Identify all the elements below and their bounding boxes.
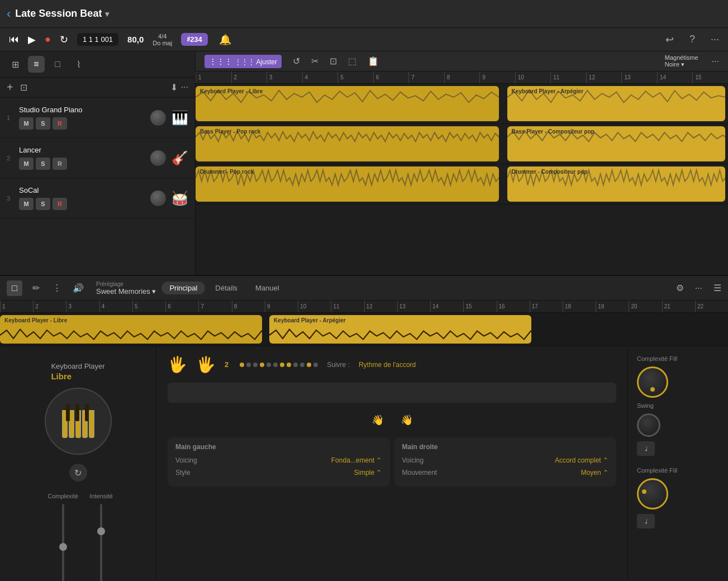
download-button[interactable]: ⬇ xyxy=(170,82,178,93)
mute-button-1[interactable]: M xyxy=(19,117,34,130)
tab-details[interactable]: Détails xyxy=(207,282,245,294)
complexity-fill-knob-2[interactable] xyxy=(637,478,668,509)
mini-ruler-2: 2 xyxy=(33,301,66,312)
project-chevron[interactable]: ▾ xyxy=(105,9,109,18)
copy-tool-button[interactable]: 📋 xyxy=(368,56,379,66)
ruler-mark-11: 11 xyxy=(550,72,586,83)
track-info-3: SoCal M S R xyxy=(19,186,145,210)
complexity-fill-label-2: Complexité Fill xyxy=(637,467,677,474)
play-button[interactable]: ▶ xyxy=(28,34,36,46)
follow-value[interactable]: Rythme de l'accord xyxy=(359,361,416,369)
pencil-button[interactable]: ⌇ xyxy=(70,56,87,73)
editor-midi-button[interactable]: ⋮ xyxy=(49,280,65,296)
editor-more-button[interactable]: ··· xyxy=(695,283,702,293)
track-knob-1[interactable] xyxy=(150,110,166,126)
loop-tool-button[interactable]: ⬚ xyxy=(348,56,356,66)
record-arm-button-2[interactable]: R xyxy=(53,158,67,170)
cycle-tool-button[interactable]: ↺ xyxy=(293,56,300,66)
swing-knob[interactable] xyxy=(637,413,660,437)
back-button[interactable]: ‹ xyxy=(7,7,11,21)
add-track-button[interactable]: + xyxy=(7,81,13,94)
intensity-thumb[interactable] xyxy=(97,527,105,535)
right-mouvement-value[interactable]: Moyen ⌃ xyxy=(581,469,608,477)
duplicate-track-button[interactable]: ⊡ xyxy=(20,82,27,93)
follow-label: Suivre : xyxy=(327,361,350,369)
loop-button[interactable]: ↻ xyxy=(60,34,68,46)
right-hand-title: Main droite xyxy=(402,443,609,451)
right-voicing-value[interactable]: Accord complet ⌃ xyxy=(555,456,608,464)
tempo-display: 80,0 xyxy=(127,35,144,44)
mini-ruler-4: 4 xyxy=(99,301,132,312)
track-knob-3[interactable] xyxy=(150,191,166,206)
help-button[interactable]: ? xyxy=(689,34,695,45)
tab-manuel[interactable]: Manuel xyxy=(248,282,287,294)
more-button[interactable]: ··· xyxy=(711,34,719,45)
hand-panels: Main gauche Voicing Fonda...ement ⌃ Styl… xyxy=(168,437,616,487)
swing-value: ♩ xyxy=(637,441,655,456)
dot-9 xyxy=(293,363,298,367)
refresh-button[interactable]: ↻ xyxy=(69,464,87,482)
solo-button-3[interactable]: S xyxy=(36,198,50,210)
step-number: 2 xyxy=(225,360,229,369)
record-arm-button-1[interactable]: R xyxy=(53,117,67,130)
key-badge[interactable]: ♯234 xyxy=(181,33,208,46)
intensity-track[interactable] xyxy=(100,504,102,581)
scissors-tool-button[interactable]: ✂ xyxy=(311,56,318,66)
magnetism-label: Magnétisme Noire ▾ xyxy=(665,54,698,68)
more-tracks-button[interactable]: ··· xyxy=(181,82,188,93)
mini-ruler-13: 13 xyxy=(397,301,430,312)
mute-button-2[interactable]: M xyxy=(19,158,34,170)
mini-ruler-3: 3 xyxy=(66,301,99,312)
editor-volume-button[interactable]: 🔊 xyxy=(70,280,86,296)
time-sig-top: 4/4 xyxy=(158,33,166,40)
solo-button-1[interactable]: S xyxy=(36,117,50,130)
preset-name[interactable]: Sweet Memories ▾ xyxy=(96,287,156,296)
editor-pencil-button[interactable]: ✏ xyxy=(28,280,44,296)
resize-tool-button[interactable]: ⊡ xyxy=(330,56,337,66)
tab-principal[interactable]: Principal xyxy=(161,282,205,294)
knob-indicator-2 xyxy=(642,489,646,494)
editor-settings-button[interactable]: ⚙ xyxy=(676,283,684,293)
keyboard-player-panel: Keyboard Player Libre xyxy=(0,346,156,581)
mini-ruler-7: 7 xyxy=(198,301,231,312)
tracks-toolbar: ⋮⋮⋮ ⋮⋮⋮ Ajuster ↺ ✂ ⊡ ⬚ 📋 Magnétisme Noi… xyxy=(196,51,728,72)
undo-button[interactable]: ↩ xyxy=(665,34,674,46)
rewind-button[interactable]: ⏮ xyxy=(9,34,19,45)
left-voicing-value[interactable]: Fonda...ement ⌃ xyxy=(331,456,382,464)
project-name: Late Session Beat xyxy=(15,8,102,20)
complexity-thumb[interactable] xyxy=(59,543,67,551)
grid-view-button[interactable]: ⊞ xyxy=(7,56,23,73)
left-style-value[interactable]: Simple ⌃ xyxy=(354,469,382,477)
list-view-button[interactable]: ≡ xyxy=(28,56,45,73)
segment-drummer-compositeur[interactable]: Drummer - Compositeur pop xyxy=(507,166,726,202)
editor-list-button[interactable]: ☰ xyxy=(713,283,721,293)
key-label: Do maj xyxy=(153,40,172,46)
left-voicing-label: Voicing xyxy=(175,456,197,464)
adjust-tool-button[interactable]: ⋮⋮⋮ ⋮⋮⋮ Ajuster xyxy=(204,55,282,68)
solo-button-2[interactable]: S xyxy=(36,158,50,170)
complexity-track[interactable] xyxy=(62,504,64,581)
metronome-button[interactable]: 🔔 xyxy=(219,34,231,46)
kb-instrument-name: Keyboard Player Libre xyxy=(51,362,104,388)
record-arm-button-3[interactable]: R xyxy=(53,198,67,210)
mute-button-3[interactable]: M xyxy=(19,198,34,210)
window-button[interactable]: □ xyxy=(49,56,66,73)
track-item-2: 2 Lancer M S R 🎸 xyxy=(0,138,195,178)
editor-segment-label-1: Keyboard Player - Libre xyxy=(4,317,67,323)
track-knob-2[interactable] xyxy=(150,150,166,166)
style-selector[interactable] xyxy=(168,383,616,403)
left-hand-icon: 🖐 xyxy=(168,355,187,374)
record-button[interactable]: ● xyxy=(45,34,51,45)
complexity-fill-knob-1[interactable] xyxy=(637,366,668,398)
segment-keyboard-libre[interactable]: Keyboard Player - Libre xyxy=(196,86,499,121)
segment-bass-poprock[interactable]: Bass Player - Pop rock xyxy=(196,126,499,161)
main-controls-panel: 🖐 🖐 2 Suivre : R xyxy=(156,346,627,581)
editor-view-button[interactable]: □ xyxy=(7,280,22,296)
segment-keyboard-arpegier[interactable]: Keyboard Player - Arpégier xyxy=(507,86,726,121)
mini-ruler-18: 18 xyxy=(563,301,596,312)
tracks-more-button[interactable]: ··· xyxy=(712,56,719,66)
segment-drummer-poprock[interactable]: Drummer - Pop rock xyxy=(196,166,499,202)
editor-mini-ruler: 1 2 3 4 5 6 7 8 9 10 11 12 13 14 15 16 1… xyxy=(0,301,728,313)
editor-segment-label-2: Keyboard Player - Arpégier xyxy=(274,317,346,323)
segment-bass-compositeur[interactable]: Bass Player - Compositeur pop xyxy=(507,126,726,161)
